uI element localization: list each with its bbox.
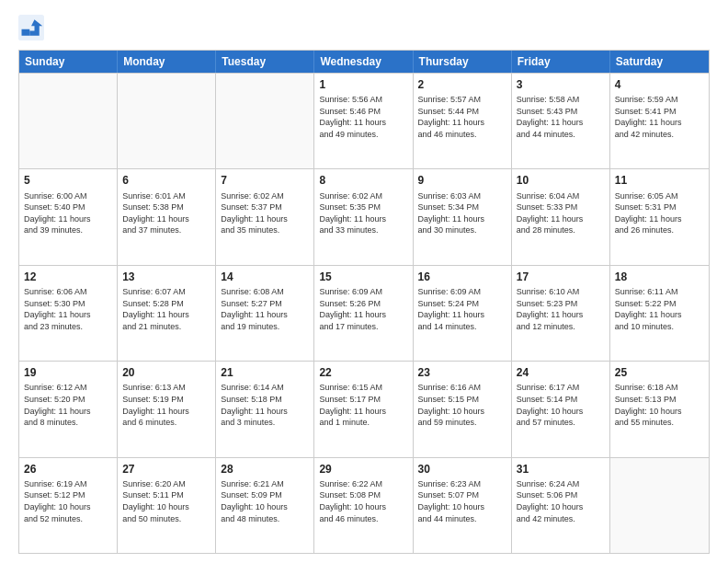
day-info: Sunrise: 5:56 AMSunset: 5:46 PMDaylight:… bbox=[319, 94, 407, 140]
day-info: Sunrise: 6:00 AMSunset: 5:40 PMDaylight:… bbox=[24, 190, 112, 236]
day-info: Sunrise: 5:58 AMSunset: 5:43 PMDaylight:… bbox=[517, 94, 605, 140]
day-number: 13 bbox=[122, 270, 210, 284]
day-info: Sunrise: 6:20 AMSunset: 5:11 PMDaylight:… bbox=[122, 478, 210, 524]
day-info: Sunrise: 6:10 AMSunset: 5:23 PMDaylight:… bbox=[517, 286, 605, 332]
day-info: Sunrise: 5:59 AMSunset: 5:41 PMDaylight:… bbox=[615, 94, 704, 140]
day-number: 23 bbox=[418, 365, 506, 380]
day-info: Sunrise: 6:18 AMSunset: 5:13 PMDaylight:… bbox=[615, 382, 704, 428]
day-number: 3 bbox=[517, 77, 605, 92]
calendar-row-2: 12Sunrise: 6:06 AMSunset: 5:30 PMDayligh… bbox=[19, 265, 709, 361]
calendar-empty-cell bbox=[216, 74, 314, 168]
weekday-header-thursday: Thursday bbox=[414, 51, 512, 73]
day-number: 26 bbox=[24, 462, 112, 477]
day-info: Sunrise: 6:07 AMSunset: 5:28 PMDaylight:… bbox=[122, 286, 210, 332]
day-number: 6 bbox=[122, 173, 210, 188]
day-number: 12 bbox=[24, 270, 112, 284]
calendar-day-6: 6Sunrise: 6:01 AMSunset: 5:38 PMDaylight… bbox=[118, 169, 216, 264]
day-info: Sunrise: 6:23 AMSunset: 5:07 PMDaylight:… bbox=[418, 478, 506, 524]
calendar-empty-cell bbox=[610, 458, 709, 553]
day-number: 31 bbox=[517, 462, 605, 477]
weekday-header-tuesday: Tuesday bbox=[216, 51, 314, 73]
calendar-day-29: 29Sunrise: 6:22 AMSunset: 5:08 PMDayligh… bbox=[314, 458, 413, 553]
calendar-empty-cell bbox=[118, 74, 216, 168]
svg-rect-2 bbox=[22, 29, 30, 36]
day-number: 1 bbox=[319, 77, 407, 92]
day-info: Sunrise: 6:13 AMSunset: 5:19 PMDaylight:… bbox=[122, 382, 210, 428]
day-number: 11 bbox=[615, 173, 704, 188]
calendar-body: 1Sunrise: 5:56 AMSunset: 5:46 PMDaylight… bbox=[19, 73, 709, 553]
day-info: Sunrise: 6:09 AMSunset: 5:26 PMDaylight:… bbox=[319, 286, 407, 332]
calendar-day-10: 10Sunrise: 6:04 AMSunset: 5:33 PMDayligh… bbox=[512, 169, 610, 264]
svg-rect-0 bbox=[18, 15, 44, 40]
day-info: Sunrise: 6:22 AMSunset: 5:08 PMDaylight:… bbox=[319, 478, 407, 524]
logo-icon bbox=[18, 15, 44, 40]
calendar-day-12: 12Sunrise: 6:06 AMSunset: 5:30 PMDayligh… bbox=[19, 266, 118, 361]
calendar-row-4: 26Sunrise: 6:19 AMSunset: 5:12 PMDayligh… bbox=[19, 457, 709, 553]
day-info: Sunrise: 6:17 AMSunset: 5:14 PMDaylight:… bbox=[517, 382, 605, 428]
day-number: 19 bbox=[24, 365, 112, 380]
day-info: Sunrise: 6:21 AMSunset: 5:09 PMDaylight:… bbox=[221, 478, 309, 524]
day-info: Sunrise: 6:09 AMSunset: 5:24 PMDaylight:… bbox=[418, 286, 506, 332]
day-info: Sunrise: 6:16 AMSunset: 5:15 PMDaylight:… bbox=[418, 382, 506, 428]
calendar-day-9: 9Sunrise: 6:03 AMSunset: 5:34 PMDaylight… bbox=[414, 169, 512, 264]
calendar-day-14: 14Sunrise: 6:08 AMSunset: 5:27 PMDayligh… bbox=[216, 266, 314, 361]
calendar-day-24: 24Sunrise: 6:17 AMSunset: 5:14 PMDayligh… bbox=[512, 362, 610, 456]
calendar-day-18: 18Sunrise: 6:11 AMSunset: 5:22 PMDayligh… bbox=[610, 266, 709, 361]
calendar-day-11: 11Sunrise: 6:05 AMSunset: 5:31 PMDayligh… bbox=[610, 169, 709, 264]
day-info: Sunrise: 6:08 AMSunset: 5:27 PMDaylight:… bbox=[221, 286, 309, 332]
calendar-day-5: 5Sunrise: 6:00 AMSunset: 5:40 PMDaylight… bbox=[19, 169, 118, 264]
calendar-day-17: 17Sunrise: 6:10 AMSunset: 5:23 PMDayligh… bbox=[512, 266, 610, 361]
calendar-day-7: 7Sunrise: 6:02 AMSunset: 5:37 PMDaylight… bbox=[216, 169, 314, 264]
calendar-day-30: 30Sunrise: 6:23 AMSunset: 5:07 PMDayligh… bbox=[414, 458, 512, 553]
day-info: Sunrise: 6:03 AMSunset: 5:34 PMDaylight:… bbox=[418, 190, 506, 236]
calendar-day-15: 15Sunrise: 6:09 AMSunset: 5:26 PMDayligh… bbox=[314, 266, 413, 361]
calendar-day-19: 19Sunrise: 6:12 AMSunset: 5:20 PMDayligh… bbox=[19, 362, 118, 456]
day-info: Sunrise: 6:02 AMSunset: 5:35 PMDaylight:… bbox=[319, 190, 407, 236]
day-number: 14 bbox=[221, 270, 309, 284]
day-number: 25 bbox=[615, 365, 704, 380]
day-number: 9 bbox=[418, 173, 506, 188]
calendar-day-20: 20Sunrise: 6:13 AMSunset: 5:19 PMDayligh… bbox=[118, 362, 216, 456]
day-info: Sunrise: 6:15 AMSunset: 5:17 PMDaylight:… bbox=[319, 382, 407, 428]
day-info: Sunrise: 6:12 AMSunset: 5:20 PMDaylight:… bbox=[24, 382, 112, 428]
weekday-header-friday: Friday bbox=[512, 51, 610, 73]
weekday-header-wednesday: Wednesday bbox=[314, 51, 413, 73]
calendar-row-1: 5Sunrise: 6:00 AMSunset: 5:40 PMDaylight… bbox=[19, 168, 709, 264]
day-info: Sunrise: 6:06 AMSunset: 5:30 PMDaylight:… bbox=[24, 286, 112, 332]
day-number: 4 bbox=[615, 77, 704, 92]
day-number: 16 bbox=[418, 270, 506, 284]
calendar-day-27: 27Sunrise: 6:20 AMSunset: 5:11 PMDayligh… bbox=[118, 458, 216, 553]
calendar-row-0: 1Sunrise: 5:56 AMSunset: 5:46 PMDaylight… bbox=[19, 73, 709, 168]
calendar-day-28: 28Sunrise: 6:21 AMSunset: 5:09 PMDayligh… bbox=[216, 458, 314, 553]
calendar-day-3: 3Sunrise: 5:58 AMSunset: 5:43 PMDaylight… bbox=[512, 74, 610, 168]
calendar-day-23: 23Sunrise: 6:16 AMSunset: 5:15 PMDayligh… bbox=[414, 362, 512, 456]
calendar-empty-cell bbox=[19, 74, 118, 168]
day-number: 18 bbox=[615, 270, 704, 284]
calendar-day-25: 25Sunrise: 6:18 AMSunset: 5:13 PMDayligh… bbox=[610, 362, 709, 456]
day-number: 7 bbox=[221, 173, 309, 188]
calendar-header: SundayMondayTuesdayWednesdayThursdayFrid… bbox=[19, 51, 709, 73]
calendar-row-3: 19Sunrise: 6:12 AMSunset: 5:20 PMDayligh… bbox=[19, 361, 709, 456]
day-info: Sunrise: 6:11 AMSunset: 5:22 PMDaylight:… bbox=[615, 286, 704, 332]
day-number: 20 bbox=[122, 365, 210, 380]
day-info: Sunrise: 5:57 AMSunset: 5:44 PMDaylight:… bbox=[418, 94, 506, 140]
day-number: 8 bbox=[319, 173, 407, 188]
calendar-day-8: 8Sunrise: 6:02 AMSunset: 5:35 PMDaylight… bbox=[314, 169, 413, 264]
calendar-day-26: 26Sunrise: 6:19 AMSunset: 5:12 PMDayligh… bbox=[19, 458, 118, 553]
calendar-day-13: 13Sunrise: 6:07 AMSunset: 5:28 PMDayligh… bbox=[118, 266, 216, 361]
day-number: 17 bbox=[517, 270, 605, 284]
day-number: 24 bbox=[517, 365, 605, 380]
calendar-day-21: 21Sunrise: 6:14 AMSunset: 5:18 PMDayligh… bbox=[216, 362, 314, 456]
day-info: Sunrise: 6:05 AMSunset: 5:31 PMDaylight:… bbox=[615, 190, 704, 236]
day-info: Sunrise: 6:14 AMSunset: 5:18 PMDaylight:… bbox=[221, 382, 309, 428]
day-number: 28 bbox=[221, 462, 309, 477]
day-info: Sunrise: 6:01 AMSunset: 5:38 PMDaylight:… bbox=[122, 190, 210, 236]
day-number: 21 bbox=[221, 365, 309, 380]
calendar-day-4: 4Sunrise: 5:59 AMSunset: 5:41 PMDaylight… bbox=[610, 74, 709, 168]
calendar-day-31: 31Sunrise: 6:24 AMSunset: 5:06 PMDayligh… bbox=[512, 458, 610, 553]
day-number: 15 bbox=[319, 270, 407, 284]
day-number: 22 bbox=[319, 365, 407, 380]
weekday-header-saturday: Saturday bbox=[610, 51, 709, 73]
day-number: 10 bbox=[517, 173, 605, 188]
day-number: 27 bbox=[122, 462, 210, 477]
